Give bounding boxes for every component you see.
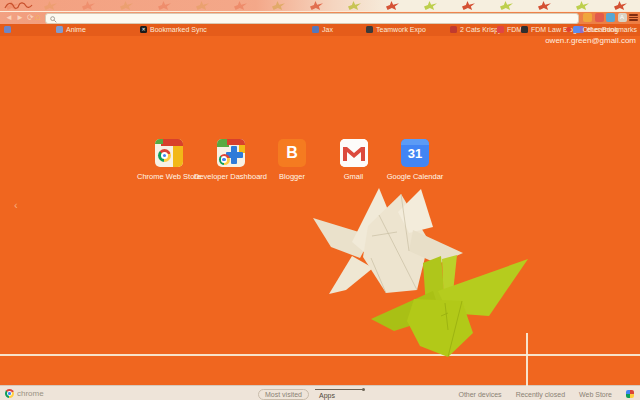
bookmark-item[interactable]: FDM [497, 26, 522, 33]
app-label: Google Calendar [387, 172, 444, 181]
blogger-icon: B [278, 139, 306, 167]
extension-red-icon[interactable] [595, 13, 604, 22]
bookmark-label: 2 Cats Krispy [460, 26, 502, 33]
theme-signature-icon [2, 0, 36, 11]
bookmark-favicon [450, 26, 457, 33]
bookmark-favicon [521, 26, 528, 33]
bookmark-label: Teamwork Expo [376, 26, 426, 33]
other-bookmarks-label: Other Bookmarks [583, 26, 637, 33]
section-apps[interactable]: Apps [319, 391, 335, 399]
app-tile-blogger[interactable]: BBlogger [263, 139, 321, 181]
footer-link-web-store[interactable]: Web Store [579, 391, 612, 398]
app-tile-developer-dashboard[interactable]: Developer Dashboard [202, 139, 260, 181]
gmail-icon [340, 139, 368, 167]
notification-dot-icon [566, 27, 571, 32]
omnibox-input[interactable] [45, 13, 579, 24]
lime-crane-icon [371, 255, 528, 357]
footer-links: Other devicesRecently closedWeb Store [458, 390, 634, 398]
app-label: Developer Dashboard [194, 172, 267, 181]
footer-link-recently-closed[interactable]: Recently closed [516, 391, 565, 398]
bookmark-item[interactable]: Anime [56, 26, 86, 33]
origami-cranes-art [0, 0, 640, 400]
forward-button[interactable]: ► [16, 13, 24, 23]
app-tile-chrome-web-store[interactable]: Chrome Web Store [140, 139, 198, 181]
bookmark-favicon: ✕ [140, 26, 147, 33]
chrome-brand-label: chrome [17, 389, 44, 398]
chrome-logo-icon [5, 389, 14, 398]
bookmark-favicon [56, 26, 63, 33]
web-store-icon[interactable] [626, 390, 634, 398]
bookmark-label: Anime [66, 26, 86, 33]
bookmark-item[interactable] [4, 26, 14, 33]
back-button[interactable]: ◄ [5, 13, 13, 23]
other-bookmarks-button[interactable]: Other Bookmarks [566, 26, 637, 33]
bookmark-item[interactable]: 2 Cats Krispy [450, 26, 502, 33]
bookmark-favicon [497, 26, 504, 33]
section-most-visited[interactable]: Most visited [258, 389, 309, 400]
app-tile-google-calendar[interactable]: 31Google Calendar [386, 139, 444, 181]
bookmark-item[interactable]: Teamwork Expo [366, 26, 426, 33]
extension-light-icon[interactable]: A [618, 13, 627, 22]
bookmark-item[interactable]: ✕Bookmarked Sync [140, 26, 207, 33]
search-icon [50, 16, 57, 23]
app-label: Gmail [344, 172, 364, 181]
home-button[interactable]: ⌂ [35, 12, 40, 22]
footer-link-other-devices[interactable]: Other devices [458, 391, 501, 398]
app-tile-gmail[interactable]: Gmail [325, 139, 383, 181]
chrome-web-store-icon [155, 139, 183, 167]
ntp-footer: chrome Most visitedApps Other devicesRec… [0, 385, 640, 400]
account-email: owen.r.green@gmail.com [545, 36, 636, 45]
bookmark-favicon [366, 26, 373, 33]
tab-strip-tint [0, 0, 640, 11]
theme-horizontal-line [0, 354, 640, 356]
bookmark-label: Bookmarked Sync [150, 26, 207, 33]
apps-grid: Chrome Web StoreDeveloper DashboardBBlog… [140, 139, 444, 181]
extension-blue-icon[interactable] [606, 13, 615, 22]
folder-icon [573, 26, 580, 33]
developer-dashboard-icon [217, 139, 245, 167]
bookmark-label: Jax [322, 26, 333, 33]
bookmark-label: FDM [507, 26, 522, 33]
toolbar: ◄ ► ⟳ ⌂ A [0, 11, 640, 24]
ntp-section-switcher: Most visitedApps [258, 389, 335, 400]
reload-button[interactable]: ⟳ [27, 13, 34, 23]
chrome-brand: chrome [5, 389, 44, 398]
extension-orange-icon[interactable] [583, 13, 592, 22]
extension-icons: A [583, 13, 638, 22]
calendar-31-glyph: 31 [401, 146, 429, 161]
previous-page-arrow[interactable]: ‹ [14, 199, 18, 211]
cream-crane-icon [313, 188, 463, 294]
theme-vertical-line [526, 333, 528, 386]
google-calendar-icon: 31 [401, 139, 429, 167]
menu-icon[interactable] [629, 13, 638, 22]
blogger-b-glyph: B [286, 144, 298, 162]
app-label: Chrome Web Store [137, 172, 201, 181]
tab-strip [0, 0, 640, 11]
app-label: Blogger [279, 172, 305, 181]
bookmark-favicon [312, 26, 319, 33]
bookmark-favicon [4, 26, 11, 33]
bookmark-item[interactable]: Jax [312, 26, 333, 33]
bookmarks-bar: Anime✕Bookmarked SyncJaxTeamwork Expo2 C… [0, 24, 640, 36]
